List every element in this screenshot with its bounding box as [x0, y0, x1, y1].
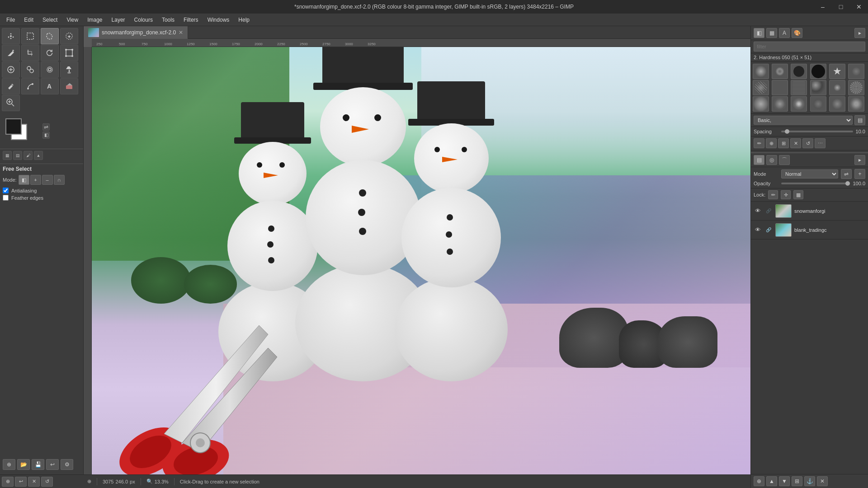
patterns-icon[interactable]: ▦	[3, 151, 12, 160]
rect-select-tool[interactable]	[21, 28, 39, 44]
maximize-button[interactable]: □	[832, 0, 850, 14]
layer-chain-blank[interactable]: 🔗	[764, 226, 773, 234]
layer-anchor-btn[interactable]: ⚓	[804, 476, 815, 486]
new-image-btn[interactable]: ⊕	[3, 459, 15, 470]
brush-item-medium[interactable]	[772, 64, 788, 79]
lock-position-btn[interactable]: ✛	[781, 190, 791, 199]
clone-tool[interactable]	[21, 61, 39, 78]
menu-file[interactable]: File	[2, 15, 19, 24]
brush-delete-btn[interactable]: ✕	[790, 138, 801, 148]
foreground-color[interactable]	[5, 118, 22, 135]
canvas-tab[interactable]: snowmanforgimp_done.xcf-2.0 ✕	[84, 26, 188, 39]
brush-refresh-btn[interactable]: ↺	[802, 138, 813, 148]
menu-colours[interactable]: Colours	[130, 15, 157, 24]
undo-status-btn[interactable]: ↩	[15, 477, 27, 487]
patterns-panel-icon[interactable]: ▦	[766, 28, 777, 38]
brushes-icon[interactable]: 🖌	[24, 151, 33, 160]
layer-delete-btn[interactable]: ✕	[817, 476, 828, 486]
layer-dup-btn[interactable]: ⊞	[792, 476, 802, 486]
brush-item-hard[interactable]	[791, 64, 807, 79]
gradients-icon[interactable]: ▤	[13, 151, 22, 160]
menu-tools[interactable]: Tools	[157, 15, 179, 24]
menu-windows[interactable]: Windows	[203, 15, 234, 24]
menu-image[interactable]: Image	[83, 15, 107, 24]
spacing-slider[interactable]	[781, 131, 853, 132]
layer-item-snowman[interactable]: 👁 🔗 snowmanforgi	[751, 202, 868, 221]
delete-status-btn[interactable]: ✕	[28, 477, 40, 487]
crop-tool[interactable]	[21, 45, 39, 61]
path-tool[interactable]	[21, 78, 39, 94]
blur-tool[interactable]	[41, 61, 59, 78]
settings-btn[interactable]: ⚙	[61, 459, 73, 470]
text-tool[interactable]: A	[41, 78, 59, 94]
mode-swap-btn[interactable]: ⇌	[841, 169, 852, 179]
brush-item-fuzzy2[interactable]	[772, 96, 788, 112]
mode-replace-btn[interactable]: ◧	[19, 175, 29, 185]
layer-eye-blank[interactable]: 👁	[754, 226, 762, 234]
mode-add-btn[interactable]: +	[30, 175, 41, 185]
pencil-tool[interactable]	[2, 78, 20, 94]
paint-bucket-tool[interactable]	[60, 61, 78, 78]
free-select-tool[interactable]	[41, 28, 59, 44]
brush-item-texture3[interactable]	[791, 80, 807, 95]
canvas-image[interactable]	[92, 47, 750, 474]
colormap-icon[interactable]: 🎨	[792, 28, 802, 38]
menu-edit[interactable]: Edit	[19, 15, 38, 24]
tab-close-button[interactable]: ✕	[179, 29, 183, 36]
brush-item-texture4[interactable]	[810, 80, 826, 95]
layer-lower-btn[interactable]: ▼	[779, 476, 790, 486]
layer-raise-btn[interactable]: ▲	[766, 476, 777, 486]
brush-item-star[interactable]: ★	[829, 64, 845, 79]
brush-dup-btn[interactable]: ⊞	[778, 138, 789, 148]
expand-panel-btn[interactable]: ▸	[854, 28, 865, 38]
zoom-tool[interactable]	[2, 95, 20, 111]
reset-colors-button[interactable]: ◧	[42, 131, 50, 139]
feather-checkbox[interactable]	[3, 195, 9, 201]
new-file-status-btn[interactable]: ⊕	[2, 477, 14, 487]
brush-item-texture1[interactable]	[753, 80, 769, 95]
expand-icon[interactable]: ▲	[34, 151, 43, 160]
mode-extra-btn[interactable]: +	[854, 169, 865, 179]
fuzzy-select-tool[interactable]	[60, 28, 78, 44]
brush-item-soft[interactable]	[753, 64, 769, 79]
mode-intersect-btn[interactable]: ∩	[54, 175, 65, 185]
rotate-tool[interactable]	[41, 45, 59, 61]
brush-edit-btn[interactable]: ✏	[754, 138, 764, 148]
history-status-btn[interactable]: ↺	[41, 477, 53, 487]
color-picker-tool[interactable]	[2, 45, 20, 61]
open-image-btn[interactable]: 📂	[17, 459, 30, 470]
layers-icon[interactable]: ▤	[754, 155, 764, 165]
brush-item-soft2[interactable]	[848, 64, 864, 79]
text-options-icon[interactable]: A	[779, 28, 790, 38]
brush-item-paint[interactable]	[848, 96, 864, 112]
brush-item-fuzzy1[interactable]	[753, 96, 769, 112]
channels-icon[interactable]: ◎	[766, 155, 777, 165]
expand-layers-btn[interactable]: ▸	[854, 155, 865, 165]
brush-item-fuzzy4[interactable]	[810, 96, 826, 112]
layer-item-blank[interactable]: 👁 🔗 blank_tradingc	[751, 221, 868, 239]
heal-tool[interactable]	[2, 61, 20, 78]
brush-item-texture2[interactable]	[772, 80, 788, 95]
menu-layer[interactable]: Layer	[107, 15, 130, 24]
menu-select[interactable]: Select	[38, 15, 62, 24]
opacity-slider-thumb[interactable]	[845, 181, 850, 186]
opacity-slider[interactable]	[781, 183, 850, 184]
layer-chain-snowman[interactable]: 🔗	[764, 207, 773, 215]
swap-colors-button[interactable]: ⇌	[42, 123, 50, 131]
move-tool[interactable]	[2, 28, 20, 44]
blend-mode-select[interactable]: Normal	[781, 169, 838, 178]
brush-item-cross[interactable]	[829, 96, 845, 112]
layer-new-btn[interactable]: ⊕	[754, 476, 764, 486]
close-button[interactable]: ✕	[850, 0, 868, 14]
undo-btn[interactable]: ↩	[46, 459, 59, 470]
brush-item-texture6[interactable]	[848, 80, 864, 95]
minimize-button[interactable]: –	[814, 0, 832, 14]
paths-icon[interactable]: ⌒	[779, 155, 790, 165]
menu-filters[interactable]: Filters	[179, 15, 203, 24]
brush-more-btn[interactable]: ⋯	[815, 138, 826, 148]
mode-subtract-btn[interactable]: –	[42, 175, 53, 185]
layer-eye-snowman[interactable]: 👁	[754, 207, 762, 215]
spacing-slider-thumb[interactable]	[785, 129, 789, 134]
eraser-tool[interactable]	[60, 78, 78, 94]
brush-view-btn[interactable]: ▤	[854, 115, 865, 125]
